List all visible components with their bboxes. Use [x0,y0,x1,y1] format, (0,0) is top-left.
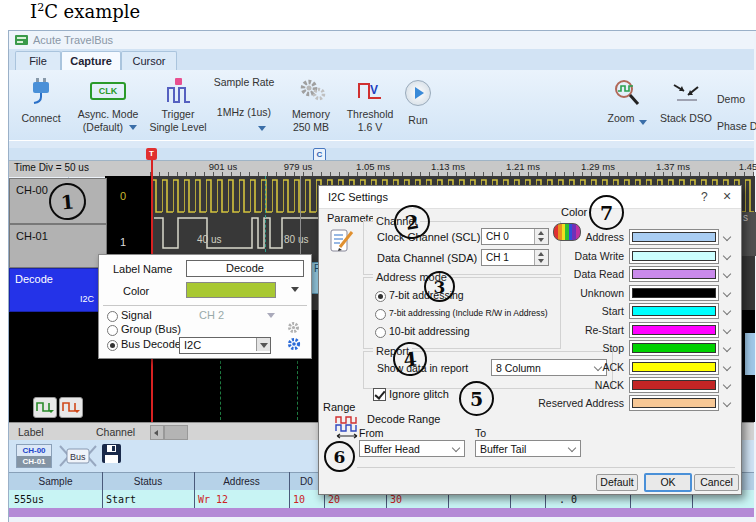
report-table-row-selected[interactable] [9,508,754,517]
scrollbar-thumb[interactable] [164,425,188,440]
save-report-icon[interactable] [102,444,122,464]
color-chevron-icon[interactable] [723,363,731,371]
trigger-button[interactable]: Trigger Single Level [146,74,210,136]
connect-button[interactable]: Connect [15,74,67,136]
bus-view-icon[interactable]: Bus [58,443,98,469]
trigger-marker-flag[interactable]: T [146,148,157,160]
column-header-status[interactable]: Status [102,476,194,487]
color-chevron-icon[interactable] [723,252,731,260]
obscured-ui-fragment [745,333,755,375]
trigger-waveform-icon [166,78,192,104]
color-picker-data-read[interactable] [629,266,719,282]
color-chevron-icon[interactable] [723,307,731,315]
channel-row-ch01[interactable]: CH-01 [9,224,107,268]
color-picker-stop[interactable] [629,340,719,356]
color-label-restart: Re-Start [461,324,624,336]
addr-7bit-rw-radio[interactable] [375,309,386,320]
tab-cursor[interactable]: Cursor [121,51,177,70]
range-to-value: Buffer Tail [480,443,526,455]
default-button[interactable]: Default [596,474,638,491]
dialog-titlebar[interactable]: I2C Settings ? × [319,186,741,209]
cursor-line-teal [265,176,266,252]
svg-text:V: V [370,83,378,97]
color-picker-data-write[interactable] [629,248,719,264]
range-from-select[interactable]: Buffer Head [359,440,465,457]
memory-label-2: 250 MB [283,121,339,134]
color-picker-restart[interactable] [629,322,719,338]
zoom-label: Zoom [601,112,641,125]
bus-decode-settings-gear-icon[interactable] [287,337,301,351]
usb-plug-icon [29,78,53,106]
async-mode-button[interactable]: CLK Async. Mode (Default) [71,74,145,136]
cell-d1: 20 [328,494,340,505]
async-mode-dropdown-icon[interactable] [129,125,137,130]
color-picker-address[interactable] [629,229,719,245]
color-picker-start[interactable] [629,303,719,319]
range-from-label: From [359,427,384,439]
color-chevron-icon[interactable] [723,399,731,407]
label-name-input[interactable]: Decode [186,260,304,277]
channel-pair-chip[interactable]: CH-00 CH-01 [16,444,52,468]
sample-rate-button[interactable]: Sample Rate 1MHz (1us) [210,72,278,138]
color-picker-reserved[interactable] [629,395,719,411]
label-column-lower [9,310,105,422]
addr-10bit-radio[interactable] [375,327,386,338]
tab-capture[interactable]: Capture [61,51,121,71]
channel-row-decode[interactable]: Decode [9,268,107,312]
goto-next-edge-button[interactable] [59,397,83,418]
range-to-select[interactable]: Buffer Tail [475,440,581,457]
popup-divider [103,305,307,306]
color-chevron-icon[interactable] [723,233,731,241]
color-chevron-icon[interactable] [723,344,731,352]
color-chevron-icon[interactable] [723,289,731,297]
color-label: Color [123,285,149,297]
bus-decode-label: Bus Decode [121,338,181,350]
bus-decode-dropdown-button[interactable] [256,338,270,351]
color-picker-ack[interactable] [629,359,719,375]
ok-button[interactable]: OK [644,473,692,492]
column-header-address[interactable]: Address [194,476,289,487]
color-chevron-icon[interactable] [723,326,731,334]
decode-bus-type-label: I2C [80,294,94,304]
demo-label: Demo [717,93,745,105]
obscured-ui-fragment: s [740,212,756,256]
edit-parameters-icon [330,228,354,254]
cancel-button[interactable]: Cancel [694,474,739,491]
time-div-label: Time Div = 50 us [14,162,89,173]
group-bus-label: Group (Bus) [121,323,181,335]
red-edge-icon [62,400,80,413]
phase-delay-label: Phase D [717,120,756,132]
color-swatch[interactable] [186,282,276,298]
group-bus-radio[interactable] [107,325,118,336]
color-dropdown-icon[interactable] [291,287,299,292]
scrollbar-left-arrow[interactable] [150,425,164,440]
bus-decode-select[interactable]: I2C [179,337,271,354]
addr-7bit-radio[interactable] [375,291,386,302]
chip-ch00: CH-00 [17,445,51,456]
goto-previous-edge-button[interactable] [33,397,57,418]
signal-radio[interactable] [107,311,118,322]
bus-decode-radio[interactable] [107,340,118,351]
dialog-help-button[interactable]: ? [701,190,708,204]
dialog-title: I2C Settings [328,191,388,203]
color-label-ack: ACK [461,361,624,373]
color-chevron-icon[interactable] [723,270,731,278]
dialog-close-button[interactable]: × [723,188,731,204]
tab-file[interactable]: File [15,51,61,70]
sample-rate-dropdown-icon[interactable] [258,126,266,131]
zoom-dropdown-icon[interactable] [639,120,647,125]
color-chevron-icon[interactable] [723,381,731,389]
ruler-tick: 979 us [284,161,313,172]
ignore-glitch-checkbox[interactable] [373,388,386,401]
ruler-tick: 1.05 ms [356,161,390,172]
channel-label-ch00: CH-00 [16,184,48,196]
stack-dso-button[interactable]: Stack DSO [657,76,715,136]
color-picker-unknown[interactable] [629,285,719,301]
run-button[interactable]: Run [393,76,443,136]
threshold-button[interactable]: V Threshold 1.6 V [342,74,398,136]
stack-dso-label: Stack DSO [657,112,715,125]
color-picker-nack[interactable] [629,377,719,393]
column-header-sample[interactable]: Sample [9,476,102,487]
cell-status: Start [106,494,136,505]
zoom-button[interactable]: Zoom [601,76,653,136]
